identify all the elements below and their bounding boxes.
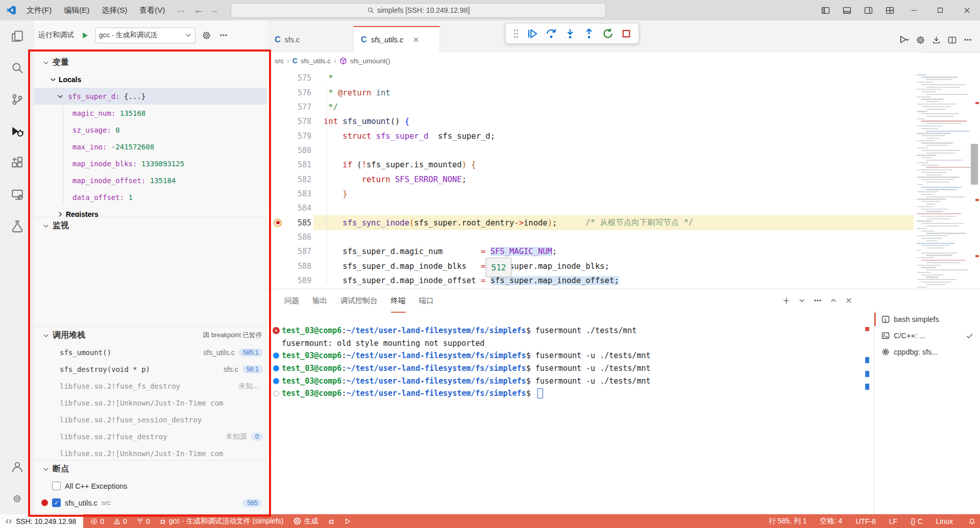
download-icon[interactable]	[932, 36, 941, 44]
drag-grip-icon[interactable]	[513, 29, 519, 38]
step-out-button[interactable]	[583, 28, 595, 39]
code-line[interactable]: 576 * @return int	[267, 85, 914, 99]
breakpoint-checkbox[interactable]: ✓	[52, 498, 61, 507]
statusbar-item[interactable]: gcc - 生成和调试活动文件 (simplefs)	[155, 514, 288, 528]
continue-button[interactable]	[527, 28, 538, 39]
code-line[interactable]: 585 sfs_sync_inode(sfs_super.root_dentry…	[267, 215, 914, 230]
search-sidebar-icon[interactable]	[0, 52, 34, 84]
code-line[interactable]: 584	[267, 201, 914, 215]
menu-item[interactable]: 文件(F)	[20, 0, 58, 20]
breakpoint-row[interactable]: ✓sfs_utils.csrc585	[34, 494, 267, 511]
manage-gear-icon[interactable]	[0, 483, 34, 514]
debug-more-icon[interactable]	[217, 29, 230, 42]
statusbar-item[interactable]: 0	[109, 514, 131, 528]
code-line[interactable]: 586	[267, 230, 914, 244]
panel-tab-调试控制台[interactable]: 调试控制台	[340, 289, 378, 313]
statusbar-item[interactable]: UTF-8	[851, 514, 880, 528]
editor-tab[interactable]: Csfs.c	[267, 27, 354, 53]
code-line[interactable]: 589 sfs_super_d.map_inode_offset = sfs_s…	[267, 273, 914, 288]
variable-row[interactable]: magic_num: 135168	[63, 105, 267, 121]
close-panel-icon[interactable]	[845, 297, 852, 304]
command-center-search[interactable]: simplefs [SSH: 10.249.12.98]	[231, 3, 606, 18]
maximize-button[interactable]	[927, 0, 953, 20]
panel-tab-终端[interactable]: 终端	[391, 289, 406, 313]
nav-back-button[interactable]: ←	[191, 5, 206, 16]
breadcrumb[interactable]: src › C sfs_utils.c › sfs_umount()	[267, 53, 921, 69]
minimize-button[interactable]	[900, 0, 927, 20]
breadcrumb-folder[interactable]: src	[275, 57, 284, 65]
code-line[interactable]: 582 return SFS_ERROR_NONE;	[267, 172, 914, 186]
run-debug-icon[interactable]	[0, 115, 34, 147]
terminal-scrollbar[interactable]	[865, 314, 871, 513]
remote-indicator[interactable]: SSH: 10.249.12.98	[0, 514, 83, 528]
statusbar-item[interactable]	[324, 514, 339, 528]
debug-config-select[interactable]: gcc - 生成和调试活	[95, 28, 195, 43]
notifications-bell-icon[interactable]	[964, 514, 980, 528]
debug-settings-gear-icon[interactable]	[200, 29, 213, 42]
variable-row[interactable]: map_inode_blks: 1339893125	[63, 155, 267, 172]
statusbar-item[interactable]: 0	[132, 514, 154, 528]
callstack-frame[interactable]: libfuse.so.2!fuse_destroy未知源0	[34, 428, 267, 445]
extensions-icon[interactable]	[0, 147, 34, 179]
menu-item[interactable]: 选择(S)	[95, 0, 133, 20]
callstack-frame[interactable]: sfs_destroy(void * p)sfs.c58:1	[34, 361, 267, 378]
panel-tab-问题[interactable]: 问题	[284, 289, 299, 313]
variable-row[interactable]: data_offset: 1	[63, 189, 267, 206]
code-line[interactable]: 587 sfs_super_d.magic_num = SFS_MAGIC_NU…	[267, 244, 914, 259]
terminal-list-item[interactable]: $bash simplefs	[874, 311, 980, 328]
callstack-frame[interactable]: libfuse.so.2!fuse_fs_destroy未知...	[34, 378, 267, 394]
code-line[interactable]: 588 sfs_super_d.map_inode_blks = sfs_sup…	[267, 259, 914, 273]
step-over-button[interactable]	[546, 28, 557, 39]
run-file-button[interactable]	[899, 35, 909, 45]
statusbar-item[interactable]: 行 585, 列 1	[765, 514, 811, 528]
statusbar-item[interactable]: 空格: 4	[816, 514, 847, 528]
statusbar-item[interactable]: {} C	[906, 514, 926, 528]
editor-more-icon[interactable]	[964, 36, 972, 44]
variable-row-root[interactable]: sfs_super_d: {...}	[34, 88, 267, 105]
code-editor[interactable]: 575 * 576 * @return int577 */578int sfs_…	[267, 71, 914, 289]
nav-forward-button[interactable]: →	[206, 5, 222, 16]
flask-icon[interactable]	[0, 210, 34, 242]
breadcrumb-file[interactable]: sfs_utils.c	[301, 57, 331, 65]
code-line[interactable]: 581 if (!sfs_super.is_mounted) {	[267, 158, 914, 172]
callstack-frame[interactable]: sfs_umount()sfs_utils.c585:1	[34, 344, 267, 361]
menu-item[interactable]: 编辑(E)	[58, 0, 95, 20]
minimap-slider[interactable]	[971, 144, 978, 185]
toggle-primary-sidebar-icon[interactable]	[815, 0, 836, 20]
explorer-icon[interactable]	[0, 20, 34, 52]
statusbar-item[interactable]: Linux	[932, 514, 957, 528]
close-button[interactable]	[953, 0, 980, 20]
remote-explorer-icon[interactable]	[0, 179, 34, 210]
statusbar-item[interactable]	[340, 514, 355, 528]
customize-layout-icon[interactable]	[879, 0, 900, 20]
terminal-dropdown-icon[interactable]	[798, 297, 805, 304]
step-into-button[interactable]	[565, 28, 576, 39]
statusbar-item[interactable]: 生成	[289, 514, 323, 528]
statusbar-item[interactable]: LF	[885, 514, 901, 528]
menu-item[interactable]: 查看(V)	[133, 0, 171, 20]
account-icon[interactable]	[0, 451, 34, 483]
restart-button[interactable]	[602, 28, 614, 39]
panel-tab-输出[interactable]: 输出	[312, 289, 327, 313]
terminal-list-item[interactable]: C/C++: ...	[874, 328, 980, 344]
code-line[interactable]: 577 */	[267, 100, 914, 114]
callstack-header[interactable]: 调用堆栈 因 breakpoint 已暂停	[34, 326, 267, 344]
variable-row[interactable]: sz_usage: 0	[63, 121, 267, 138]
toggle-panel-icon[interactable]	[836, 0, 857, 20]
editor-tab[interactable]: Csfs_utils.c	[354, 26, 440, 53]
new-terminal-plus-icon[interactable]	[782, 297, 790, 305]
close-icon[interactable]	[412, 36, 420, 43]
variable-row[interactable]: map_inode_offset: 135184	[63, 172, 267, 189]
code-line[interactable]: 583 }	[267, 187, 914, 201]
code-line[interactable]: 580	[267, 143, 914, 158]
breakpoint-hit-icon[interactable]	[274, 219, 282, 227]
panel-tab-端口[interactable]: 端口	[419, 289, 434, 313]
stop-button[interactable]	[621, 29, 631, 39]
registers-scope-row[interactable]: Registers	[34, 206, 267, 217]
breakpoint-row[interactable]: All C++ Exceptions	[34, 477, 267, 494]
variables-header[interactable]: 变量	[34, 54, 267, 71]
statusbar-item[interactable]: 0	[86, 514, 108, 528]
code-line[interactable]: 575 *	[267, 71, 914, 85]
terminal-list-item[interactable]: cppdbg: sfs...	[874, 344, 980, 360]
start-debug-icon[interactable]	[78, 29, 91, 42]
